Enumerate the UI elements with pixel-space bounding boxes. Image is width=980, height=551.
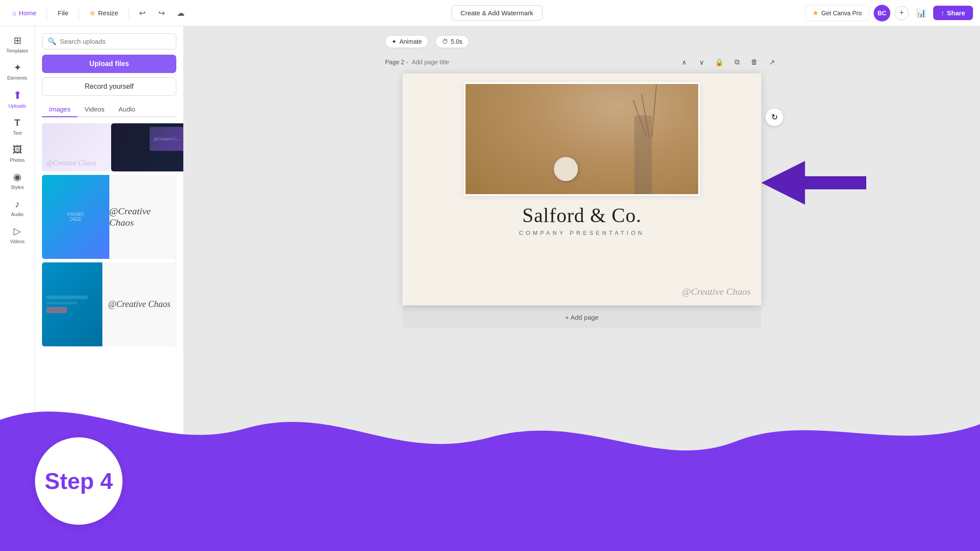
nav-divider-2	[79, 7, 79, 19]
timer-button[interactable]: ⏱ 5.0s	[435, 35, 469, 48]
add-account-button[interactable]: +	[895, 6, 909, 20]
canvas-toolbar: ✦ Animate ⏱ 5.0s	[385, 35, 779, 48]
list-item[interactable]: @Creative Chaos	[42, 262, 176, 346]
insights-button[interactable]: 📊	[913, 5, 929, 21]
collapse-page-button[interactable]: ∧	[677, 55, 691, 69]
avatar-button[interactable]: BC	[874, 5, 890, 21]
sidebar-item-photos[interactable]: 🖼 Photos	[3, 141, 32, 166]
search-input[interactable]	[60, 38, 171, 45]
uploads-panel: 🔍 Upload files Record yourself Images Vi…	[35, 26, 184, 551]
sidebar-item-elements[interactable]: ✦ Elements	[3, 59, 32, 84]
flower-arrangement	[623, 82, 675, 137]
uploads-label: Uploads	[8, 103, 26, 108]
upload-files-button[interactable]: Upload files	[42, 55, 176, 73]
sidebar-item-videos[interactable]: ▷ Videos	[3, 222, 32, 248]
search-icon: 🔍	[48, 37, 56, 45]
record-yourself-button[interactable]: Record yourself	[42, 77, 176, 96]
expand-page-button[interactable]: ∨	[695, 55, 709, 69]
save-button[interactable]: ☁	[173, 5, 189, 21]
home-label: Home	[19, 9, 36, 17]
videos-label: Videos	[10, 239, 24, 244]
watermark-button[interactable]: Create & Add Watermark	[452, 5, 542, 21]
share-button[interactable]: ↑ Share	[933, 6, 973, 20]
slide-container: Salford & Co. COMPANY PRESENTATION @Crea…	[402, 73, 761, 305]
elements-icon: ✦	[14, 62, 21, 73]
slide-watermark: @Creative Chaos	[682, 286, 751, 297]
tab-images[interactable]: Images	[42, 102, 77, 117]
get-pro-button[interactable]: ★ Get Canva Pro	[805, 5, 869, 21]
duplicate-page-button[interactable]: ⧉	[730, 55, 744, 69]
delete-page-button[interactable]: 🗑	[747, 55, 761, 69]
redo-icon: ↪	[158, 8, 165, 18]
refresh-icon: ↻	[771, 112, 778, 122]
share-label: Share	[947, 9, 965, 17]
sidebar-item-styles[interactable]: ◉ Styles	[3, 168, 32, 193]
sidebar-item-audio[interactable]: ♪ Audio	[3, 195, 32, 220]
sidebar-item-text[interactable]: T Text	[3, 114, 32, 139]
text-label: Text	[13, 130, 21, 136]
upload-files-label: Upload files	[89, 60, 129, 67]
home-button[interactable]: ⌂ Home	[7, 7, 42, 19]
media-tabs: Images Videos Audio	[42, 102, 176, 117]
lock-page-button[interactable]: 🔒	[712, 55, 726, 69]
share-page-icon: ↗	[769, 58, 775, 66]
svg-marker-0	[761, 161, 866, 205]
add-page-bar[interactable]: + Add page	[402, 306, 761, 328]
animate-button[interactable]: ✦ Animate	[385, 35, 428, 48]
watermark-label: Create & Add Watermark	[461, 9, 533, 17]
watermark-text-1: @Creative Chaos	[46, 159, 96, 167]
get-pro-label: Get Canva Pro	[821, 10, 862, 17]
audio-label: Audio	[11, 212, 23, 217]
canvas-area: ✦ Animate ⏱ 5.0s Page 2 - ∧ ∨ 🔒 ⧉ 🗑	[184, 26, 980, 551]
globe-decoration	[554, 157, 578, 181]
purple-arrow-container	[761, 161, 866, 206]
plus-icon: +	[900, 8, 904, 17]
pro-star-icon: ★	[812, 9, 819, 17]
photos-label: Photos	[10, 157, 24, 163]
animate-label: Animate	[399, 38, 422, 45]
styles-icon: ◉	[13, 171, 21, 183]
animate-icon: ✦	[392, 38, 397, 45]
elements-label: Elements	[7, 75, 28, 80]
image-grid: @Creative Chaos @Creative C... PROMODAZE…	[42, 123, 176, 346]
slide-wrapper: Salford & Co. COMPANY PRESENTATION @Crea…	[402, 73, 761, 305]
screen-inner-1: @Creative C...	[150, 127, 184, 151]
add-page-label: + Add page	[565, 314, 598, 321]
list-item[interactable]: @Creative Chaos	[42, 123, 119, 171]
slide-inner[interactable]: Salford & Co. COMPANY PRESENTATION @Crea…	[402, 73, 761, 305]
sidebar-item-templates[interactable]: ⊞ Templates	[3, 31, 32, 57]
slide-subtitle: COMPANY PRESENTATION	[519, 230, 644, 236]
redo-button[interactable]: ↪	[154, 5, 169, 21]
nav-divider-3	[129, 7, 129, 19]
sidebar-item-uploads[interactable]: ⬆ Uploads	[3, 86, 32, 112]
home-icon: ⌂	[12, 9, 16, 17]
nav-center: Create & Add Watermark	[192, 5, 802, 21]
tab-audio[interactable]: Audio	[112, 102, 142, 116]
photos-icon: 🖼	[13, 144, 22, 156]
purple-arrow-svg	[761, 161, 866, 205]
icon-sidebar: ⊞ Templates ✦ Elements ⬆ Uploads T Text …	[0, 26, 35, 551]
list-item[interactable]: PROMODAZE @Creative Chaos	[42, 175, 176, 259]
more-page-button[interactable]: ↗	[765, 55, 779, 69]
videos-icon: ▷	[14, 226, 21, 237]
uploads-icon: ⬆	[13, 89, 22, 101]
list-item[interactable]: @Creative C...	[111, 123, 184, 171]
undo-icon: ↩	[139, 8, 146, 18]
save-cloud-icon: ☁	[177, 8, 185, 18]
top-navbar: ⌂ Home File ⊗ Resize ↩ ↪ ☁ Create & Add …	[0, 0, 980, 26]
clock-icon: ⏱	[442, 38, 448, 45]
audio-icon: ♪	[15, 199, 20, 210]
resize-button[interactable]: ⊗ Resize	[84, 7, 123, 20]
file-button[interactable]: File	[52, 7, 74, 19]
search-box[interactable]: 🔍	[42, 33, 176, 49]
page-title-input[interactable]	[412, 59, 488, 66]
page-label: Page 2 -	[385, 59, 408, 66]
tab-videos[interactable]: Videos	[77, 102, 112, 116]
templates-label: Templates	[6, 48, 28, 53]
slide-company-name: Salford & Co.	[522, 204, 641, 227]
nav-divider-1	[47, 7, 47, 19]
chart-icon: 📊	[916, 8, 926, 18]
refresh-button[interactable]: ↻	[766, 108, 783, 126]
undo-button[interactable]: ↩	[134, 5, 150, 21]
templates-icon: ⊞	[14, 35, 21, 46]
